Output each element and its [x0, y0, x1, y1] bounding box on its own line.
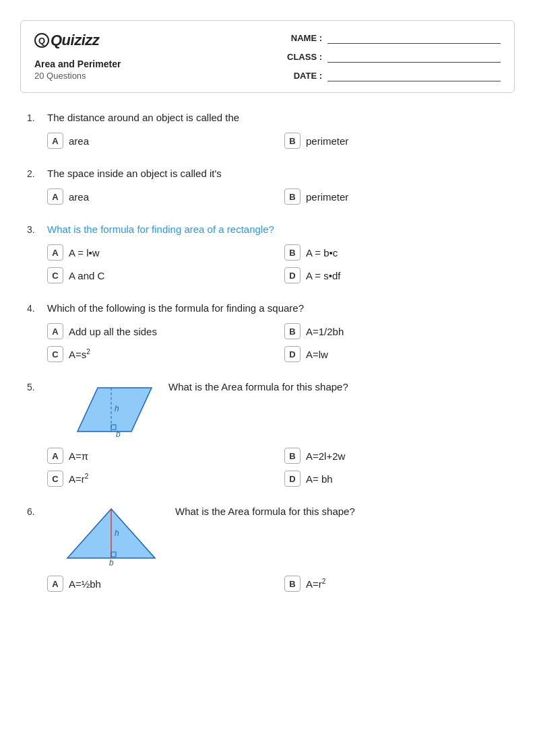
q3-text-c: A and C: [69, 270, 104, 281]
logo: Q Quizizz: [34, 32, 121, 49]
question-6-options: A A=½bh B A=r2: [47, 576, 508, 592]
questions-section: 1. The distance around an object is call…: [20, 112, 515, 592]
q2-text-b: perimeter: [306, 191, 348, 203]
question-1-options: A area B perimeter: [47, 133, 508, 149]
svg-text:h: h: [115, 404, 119, 413]
q3-text-a: A = l•w: [69, 247, 100, 259]
q4-badge-c: C: [47, 346, 63, 362]
q3-option-d[interactable]: D A = s•df: [284, 267, 508, 283]
question-2-options: A area B perimeter: [47, 188, 508, 205]
question-6-image-col: h b: [61, 506, 162, 566]
q3-option-a[interactable]: A A = l•w: [47, 244, 271, 261]
question-5-num: 5.: [27, 381, 47, 392]
name-line: [327, 32, 501, 44]
q6-badge-a: A: [47, 576, 63, 592]
q6-option-a[interactable]: A A=½bh: [47, 576, 271, 592]
q4-badge-b: B: [284, 323, 301, 339]
question-1: 1. The distance around an object is call…: [27, 112, 508, 149]
question-3-text: What is the formula for finding area of …: [47, 224, 508, 235]
question-1-text: The distance around an object is called …: [47, 112, 508, 123]
q5-badge-b: B: [284, 448, 301, 464]
question-4-options: A Add up all the sides B A=1/2bh C A=s2 …: [47, 323, 508, 362]
question-3: 3. What is the formula for finding area …: [27, 224, 508, 283]
q1-option-b[interactable]: B perimeter: [284, 133, 508, 149]
q2-option-a[interactable]: A area: [47, 188, 271, 205]
q3-option-c[interactable]: C A and C: [47, 267, 271, 283]
q4-option-b[interactable]: B A=1/2bh: [284, 323, 508, 339]
q2-option-b[interactable]: B perimeter: [284, 188, 508, 205]
question-5-image-col: h b: [61, 381, 155, 438]
logo-q-icon: Q: [34, 33, 49, 48]
q5-text-b: A=2l+2w: [306, 450, 345, 462]
question-4-num: 4.: [27, 302, 47, 314]
date-field-row: DATE :: [285, 69, 501, 81]
q1-option-a[interactable]: A area: [47, 133, 271, 149]
svg-text:h: h: [115, 528, 119, 538]
question-4: 4. Which of the following is the formula…: [27, 302, 508, 362]
name-label: NAME :: [285, 33, 322, 43]
q5-badge-c: C: [47, 471, 63, 487]
q6-option-b[interactable]: B A=r2: [284, 576, 508, 592]
header-card: Q Quizizz Area and Perimeter 20 Question…: [20, 20, 515, 93]
quiz-questions: 20 Questions: [34, 71, 121, 81]
q2-text-a: area: [69, 191, 89, 203]
q3-text-b: A = b•c: [306, 247, 338, 259]
question-1-row: 1. The distance around an object is call…: [27, 112, 508, 123]
question-6-text: What is the Area formula for this shape?: [175, 506, 508, 517]
svg-text:b: b: [116, 429, 121, 438]
q5-option-c[interactable]: C A=r2: [47, 471, 271, 487]
question-3-options: A A = l•w B A = b•c C A and C D A = s•df: [47, 244, 508, 283]
question-3-num: 3.: [27, 224, 47, 235]
q5-badge-a: A: [47, 448, 63, 464]
q1-text-b: perimeter: [306, 135, 348, 147]
question-5-row: 5. h b What i: [27, 381, 508, 438]
q5-option-a[interactable]: A A=π: [47, 448, 271, 464]
question-2: 2. The space inside an object is called …: [27, 168, 508, 205]
class-field-row: CLASS :: [285, 50, 501, 63]
triangle-shape: h b: [61, 506, 162, 566]
logo-text: Quizizz: [51, 32, 99, 49]
q4-text-c: A=s2: [69, 348, 90, 360]
parallelogram-shape: h b: [61, 381, 155, 438]
q3-badge-b: B: [284, 244, 301, 261]
q5-option-b[interactable]: B A=2l+2w: [284, 448, 508, 464]
question-5: 5. h b What i: [27, 381, 508, 487]
q1-badge-a: A: [47, 133, 63, 149]
q4-badge-d: D: [284, 346, 301, 362]
q4-text-a: Add up all the sides: [69, 326, 157, 337]
q4-badge-a: A: [47, 323, 63, 339]
q4-option-c[interactable]: C A=s2: [47, 346, 271, 362]
question-5-options: A A=π B A=2l+2w C A=r2 D A= bh: [47, 448, 508, 487]
class-label: CLASS :: [285, 52, 322, 62]
question-6-num: 6.: [27, 506, 47, 517]
q5-badge-d: D: [284, 471, 301, 487]
q3-badge-c: C: [47, 267, 63, 283]
q6-text-a: A=½bh: [69, 578, 101, 590]
question-2-text: The space inside an object is called it'…: [47, 168, 508, 179]
q4-text-b: A=1/2bh: [306, 326, 344, 337]
question-2-row: 2. The space inside an object is called …: [27, 168, 508, 179]
question-6-row: 6. h b What i: [27, 506, 508, 566]
class-line: [327, 50, 501, 63]
q4-option-d[interactable]: D A=lw: [284, 346, 508, 362]
q4-text-d: A=lw: [306, 349, 328, 360]
question-2-num: 2.: [27, 168, 47, 179]
q3-option-b[interactable]: B A = b•c: [284, 244, 508, 261]
q5-text-c: A=r2: [69, 473, 88, 485]
question-3-row: 3. What is the formula for finding area …: [27, 224, 508, 235]
q6-badge-b: B: [284, 576, 301, 592]
question-6: 6. h b What i: [27, 506, 508, 592]
q4-option-a[interactable]: A Add up all the sides: [47, 323, 271, 339]
q5-text-a: A=π: [69, 450, 88, 462]
question-4-row: 4. Which of the following is the formula…: [27, 302, 508, 314]
header-fields: NAME : CLASS : DATE :: [285, 32, 501, 81]
q3-text-d: A = s•df: [306, 270, 341, 281]
name-field-row: NAME :: [285, 32, 501, 44]
q3-badge-a: A: [47, 244, 63, 261]
header-left: Q Quizizz Area and Perimeter 20 Question…: [34, 32, 121, 81]
question-4-text: Which of the following is the formula fo…: [47, 302, 508, 314]
q3-badge-d: D: [284, 267, 301, 283]
question-5-text: What is the Area formula for this shape?: [168, 381, 508, 392]
q5-text-d: A= bh: [306, 473, 333, 485]
q5-option-d[interactable]: D A= bh: [284, 471, 508, 487]
